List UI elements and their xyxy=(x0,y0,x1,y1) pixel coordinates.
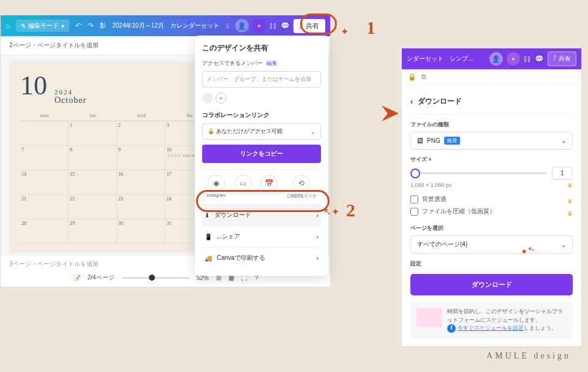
analytics-icon[interactable]: ⫿⫿ xyxy=(270,21,277,30)
day-cell: 22 xyxy=(69,195,117,219)
recommended-badge: 推奨 xyxy=(444,137,460,145)
avatar[interactable]: 👤 xyxy=(489,52,503,66)
calendar-icon: 📅 xyxy=(260,175,277,192)
download-panel: ‹ ダウンロード ファイルの種類 🖼PNG推奨 ⌄ サイズ × 1 1,080 … xyxy=(402,85,581,346)
sparkle-icon: ↖✦ xyxy=(323,206,339,218)
zoom-slider[interactable] xyxy=(122,277,189,279)
chevron-right-icon: › xyxy=(317,233,318,240)
annotation-arrow xyxy=(351,98,400,130)
document-title: ンダーセット シンプ... xyxy=(407,55,473,63)
compress-checkbox[interactable]: ファイルを圧縮（低画質） xyxy=(410,207,496,216)
schedule-link[interactable]: 今すぐスケジュールを設定 xyxy=(458,325,524,331)
comment-icon[interactable]: 💬 xyxy=(535,55,544,63)
day-cell: 8 xyxy=(69,146,117,170)
avatar[interactable]: 👤 xyxy=(235,19,249,32)
pages-select[interactable]: すべてのページ(4) ⌄ xyxy=(410,235,573,254)
analytics-icon[interactable]: ⫿⫿ xyxy=(524,55,531,63)
promo-thumbnail xyxy=(417,308,442,327)
access-edit-link[interactable]: 編集 xyxy=(266,60,277,66)
day-cell: 7 xyxy=(20,146,69,170)
chevron-right-icon: › xyxy=(317,255,318,262)
social-row: ◉Instagram ▭ 📅 ⟲公開閲覧リンク xyxy=(202,169,321,205)
share-panel-title: このデザインを共有 xyxy=(202,43,321,53)
page-toolbar: 🔒 ⧉ xyxy=(402,69,581,85)
schedule-promo: 時間を節約し、このデザインをソーシャルプラットフォームにスケジュールします。 f… xyxy=(410,302,573,339)
right-screenshot: ンダーセット シンプ... 👤 + ⫿⫿ 💬 ⤴ 共有 🔒 ⧉ ‹ ダウンロード… xyxy=(401,48,582,347)
day-cell: 14 xyxy=(20,170,69,195)
download-button[interactable]: ダウンロード xyxy=(410,274,573,295)
right-toolbar: ンダーセット シンプ... 👤 + ⫿⫿ 💬 ⤴ 共有 xyxy=(402,48,581,69)
main-toolbar: ⌂ ✎ 編集モード ▾ ↶ ↷ 影 2024年10月～12月 カレンダーセット … xyxy=(1,15,330,36)
public-link-share[interactable]: ⟲公開閲覧リンク xyxy=(287,175,317,199)
calendar-year: 2024 xyxy=(55,88,86,96)
day-cell: 23 xyxy=(117,195,165,219)
collab-label: コラボレーションリンク xyxy=(202,111,321,120)
comment-icon[interactable]: 💬 xyxy=(281,21,290,30)
social-item[interactable]: 📅 xyxy=(260,175,277,199)
image-icon: 🖼 xyxy=(417,137,423,144)
notes-icon[interactable]: 📝 xyxy=(73,275,80,281)
chevron-left-icon: ‹ xyxy=(410,97,413,106)
member-input[interactable]: メンバー、グループ、またはチームを追加 xyxy=(202,71,321,88)
add-member-icon[interactable]: + xyxy=(252,19,266,32)
day-cell: 30 xyxy=(117,219,165,244)
social-item[interactable]: ▭ xyxy=(235,175,252,199)
day-cell: 16 xyxy=(117,170,165,195)
undo-icon[interactable]: ↶ xyxy=(75,21,81,30)
month-number: 10 xyxy=(20,70,47,101)
instagram-icon: ◉ xyxy=(208,175,225,192)
share-icon: 📱 xyxy=(205,233,212,240)
collab-access-select[interactable]: 🔒 あなただけがアクセス可能 ⌄ xyxy=(202,123,321,140)
print-menu-item[interactable]: 🚚Canvaで印刷する › xyxy=(202,248,321,268)
day-cell: 2 xyxy=(117,121,165,146)
edit-mode-button[interactable]: ✎ 編集モード ▾ xyxy=(16,20,69,32)
instagram-share[interactable]: ◉Instagram xyxy=(206,175,225,199)
day-cell: 21 xyxy=(20,195,69,219)
day-cell: 1 xyxy=(69,121,117,146)
device-icon: ▭ xyxy=(235,175,252,192)
facebook-icon: f xyxy=(447,324,456,333)
download-back-button[interactable]: ‹ ダウンロード xyxy=(410,93,573,115)
print-icon: 🚚 xyxy=(205,255,212,262)
add-member-button[interactable]: + xyxy=(216,93,227,104)
size-slider[interactable] xyxy=(410,172,547,174)
day-cell: 15 xyxy=(69,170,117,195)
redo-icon[interactable]: ↷ xyxy=(88,21,94,30)
annotation-number-2: 2 xyxy=(346,200,355,221)
calendar-month: October xyxy=(55,96,86,105)
chevron-right-icon: › xyxy=(317,212,318,219)
share-button[interactable]: ⤴ 共有 xyxy=(293,19,325,33)
crown-icon: ♛ xyxy=(567,210,573,217)
copy-link-button[interactable]: リンクをコピー xyxy=(202,145,321,163)
sns-share-menu-item[interactable]: 📱...シェア › xyxy=(202,226,321,248)
download-menu-item[interactable]: ⬇ダウンロード › xyxy=(202,205,321,226)
duplicate-icon[interactable]: ⧉ xyxy=(421,73,426,81)
chevron-down-icon: ⌄ xyxy=(311,129,315,135)
lock-icon[interactable]: 🔒 xyxy=(408,73,417,81)
page-title-input[interactable]: 2ページ・ページタイトルを追加 xyxy=(9,41,99,50)
crown-icon: ♛ xyxy=(567,198,573,205)
brand-watermark: AMULE design xyxy=(486,351,571,361)
document-title: 影 2024年10月～12月 カレンダーセット シンプ... xyxy=(100,21,229,30)
chevron-down-icon: ⌄ xyxy=(561,241,566,248)
share-button[interactable]: ⤴ 共有 xyxy=(548,51,576,66)
transparent-checkbox[interactable]: 背景透過 xyxy=(410,195,447,203)
add-member-icon[interactable]: + xyxy=(507,52,520,66)
filetype-select[interactable]: 🖼PNG推奨 ⌄ xyxy=(410,132,573,150)
size-label: サイズ × xyxy=(410,156,573,164)
day-cell: 9 xyxy=(117,146,165,170)
link-icon: ⟲ xyxy=(293,175,310,192)
chevron-down-icon: ⌄ xyxy=(561,137,566,144)
share-panel: このデザインを共有 アクセスできるメンバー編集 メンバー、グループ、またはチーム… xyxy=(195,36,328,276)
sparkle-icon: ✦ xyxy=(341,26,349,37)
pages-label: ページを選択 xyxy=(410,224,573,232)
size-input[interactable]: 1 xyxy=(552,167,573,180)
filetype-label: ファイルの種類 xyxy=(410,121,573,129)
day-cell: 29 xyxy=(69,219,117,244)
page-count: 2/4ページ xyxy=(88,273,115,282)
day-cell xyxy=(20,121,69,146)
annotation-number-1: 1 xyxy=(366,17,375,38)
home-icon[interactable]: ⌂ xyxy=(6,21,10,30)
member-avatar[interactable] xyxy=(202,93,213,104)
settings-label: 設定 xyxy=(410,260,573,268)
